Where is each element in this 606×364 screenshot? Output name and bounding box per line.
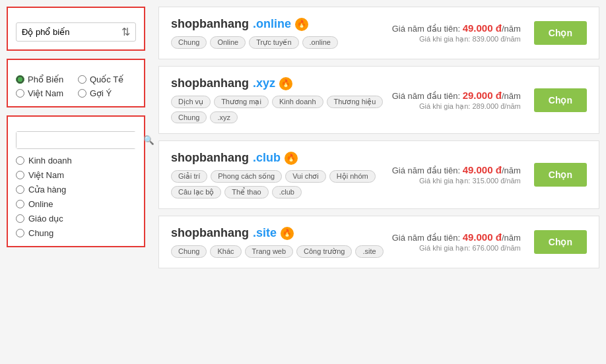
field-item-giao-duc[interactable]: Giáo dục: [16, 214, 136, 224]
domain-pricing: Giá năm đầu tiên: 49.000 đ/nămGiá khi gi…: [392, 231, 521, 253]
domain-tag: Thương mại: [214, 96, 269, 108]
sort-select[interactable]: Độ phổ biến Giá tăng dần Giá giảm dần: [22, 27, 121, 37]
domain-tags: Giải tríPhong cách sốngVui chơiHội nhómC…: [171, 170, 392, 198]
sort-section: Độ phổ biến Giá tăng dần Giá giảm dần ⇅: [7, 7, 145, 51]
price-highlight: 49.000 đ: [463, 22, 502, 34]
domain-tag: Thương hiệu: [327, 96, 384, 108]
field-item-cua-hang[interactable]: Cửa hàng: [16, 185, 136, 195]
group-option-viet-nam[interactable]: Việt Nam: [16, 88, 74, 98]
domain-tag: .site: [355, 245, 383, 258]
domain-tld: .online: [253, 17, 291, 31]
domain-tags: Dịch vụThương mạiKinh doanhThương hiệuCh…: [171, 96, 392, 123]
domain-name: shopbanhang.site🔥: [171, 226, 392, 240]
domain-tag: Chung: [171, 36, 207, 49]
price-renew: Giá khi gia hạn: 315.000 đ/năm: [392, 177, 521, 185]
domain-info: shopbanhang.club🔥Giải tríPhong cách sống…: [171, 151, 392, 198]
price-renew: Giá khi gia hạn: 839.000 đ/năm: [392, 35, 521, 44]
domain-base-name: shopbanhang: [171, 76, 249, 90]
domain-name: shopbanhang.club🔥: [171, 151, 392, 165]
domain-tag: .online: [302, 36, 338, 49]
domain-card: shopbanhang.club🔥Giải tríPhong cách sống…: [158, 140, 599, 209]
group-option-pho-bien[interactable]: Phổ Biến: [16, 75, 74, 84]
domain-base-name: shopbanhang: [171, 17, 249, 31]
domain-tag: Thể thao: [224, 186, 268, 198]
sort-arrow-icon: ⇅: [121, 26, 130, 38]
domain-tag: Trực tuyến: [249, 36, 298, 49]
price-first: Giá năm đầu tiên: 49.000 đ/năm: [392, 231, 521, 243]
price-first: Giá năm đầu tiên: 49.000 đ/năm: [392, 164, 521, 175]
price-highlight: 29.000 đ: [463, 90, 502, 101]
field-search-wrapper: 🔍: [16, 131, 136, 149]
domain-tag: Chung: [171, 245, 207, 258]
domain-card: shopbanhang.site🔥ChungKhácTrang webCông …: [158, 216, 599, 268]
domain-pricing: Giá năm đầu tiên: 29.000 đ/nămGiá khi gi…: [392, 90, 521, 111]
field-item-online[interactable]: Online: [16, 199, 136, 209]
fire-icon: 🔥: [281, 227, 294, 240]
domain-pricing: Giá năm đầu tiên: 49.000 đ/nămGiá khi gi…: [392, 164, 521, 185]
domain-tag: Trang web: [245, 245, 294, 258]
domain-base-name: shopbanhang: [171, 151, 249, 165]
domain-info: shopbanhang.site🔥ChungKhácTrang webCông …: [171, 226, 392, 258]
domain-tag: Vui chơi: [285, 170, 326, 183]
price-renew: Giá khi gia hạn: 676.000 đ/năm: [392, 244, 521, 253]
domain-tags: ChungOnlineTrực tuyến.online: [171, 36, 392, 49]
field-item-viet-nam[interactable]: Việt Nam: [16, 170, 136, 180]
fire-icon: 🔥: [279, 77, 292, 90]
domain-tag: Online: [210, 36, 246, 49]
price-highlight: 49.000 đ: [463, 231, 502, 243]
domain-tag: Chung: [171, 111, 207, 123]
domain-tag: Khác: [210, 245, 241, 258]
field-section: 🔍 Kinh doanh Việt Nam Cửa hàng: [7, 115, 145, 247]
field-item-chung[interactable]: Chung: [16, 228, 136, 238]
main-content: shopbanhang.online🔥ChungOnlineTrực tuyến…: [152, 0, 606, 364]
price-highlight: 49.000 đ: [463, 164, 502, 175]
select-button[interactable]: Chọn: [534, 88, 587, 112]
select-button[interactable]: Chọn: [534, 21, 587, 45]
sidebar: Độ phổ biến Giá tăng dần Giá giảm dần ⇅ …: [0, 0, 152, 364]
price-renew: Giá khi gia hạn: 289.000 đ/năm: [392, 102, 521, 111]
group-radio-group: Phổ Biến Quốc Tế Việt Nam Gợi Ý: [16, 75, 136, 98]
field-item-kinh-doanh[interactable]: Kinh doanh: [16, 156, 136, 166]
domain-tag: Công trường: [296, 245, 352, 258]
domain-tag: Kinh doanh: [272, 96, 323, 108]
select-button[interactable]: Chọn: [534, 163, 587, 187]
field-search-input[interactable]: [17, 132, 138, 148]
domain-tag: Hội nhóm: [329, 170, 376, 183]
domain-tags: ChungKhácTrang webCông trường.site: [171, 245, 392, 258]
group-option-quoc-te[interactable]: Quốc Tế: [78, 75, 136, 84]
fire-icon: 🔥: [285, 152, 298, 165]
domain-tag: Phong cách sống: [211, 170, 282, 183]
select-button[interactable]: Chọn: [534, 230, 587, 254]
domain-tag: .club: [272, 186, 302, 198]
domain-tld: .xyz: [253, 76, 275, 90]
domain-name: shopbanhang.xyz🔥: [171, 76, 392, 90]
group-section: Phổ Biến Quốc Tế Việt Nam Gợi Ý: [7, 59, 145, 107]
domain-info: shopbanhang.online🔥ChungOnlineTrực tuyến…: [171, 17, 392, 49]
domain-name: shopbanhang.online🔥: [171, 17, 392, 31]
domain-card: shopbanhang.online🔥ChungOnlineTrực tuyến…: [158, 7, 599, 59]
group-option-goi-y[interactable]: Gợi Ý: [78, 88, 136, 98]
domain-tag: Câu lạc bộ: [171, 186, 221, 198]
domain-pricing: Giá năm đầu tiên: 49.000 đ/nămGiá khi gi…: [392, 22, 521, 44]
sort-select-wrapper[interactable]: Độ phổ biến Giá tăng dần Giá giảm dần ⇅: [16, 22, 136, 42]
fire-icon: 🔥: [295, 18, 308, 31]
domain-tag: .xyz: [210, 111, 238, 123]
domain-tag: Giải trí: [171, 170, 207, 183]
price-first: Giá năm đầu tiên: 29.000 đ/năm: [392, 90, 521, 101]
domain-tld: .site: [253, 226, 277, 240]
domain-info: shopbanhang.xyz🔥Dịch vụThương mạiKinh do…: [171, 76, 392, 123]
domain-tld: .club: [253, 151, 281, 165]
domain-tag: Dịch vụ: [171, 96, 211, 108]
domain-card: shopbanhang.xyz🔥Dịch vụThương mạiKinh do…: [158, 66, 599, 134]
domain-base-name: shopbanhang: [171, 226, 249, 240]
field-checkbox-list: Kinh doanh Việt Nam Cửa hàng Online Giáo…: [16, 156, 136, 238]
price-first: Giá năm đầu tiên: 49.000 đ/năm: [392, 22, 521, 34]
